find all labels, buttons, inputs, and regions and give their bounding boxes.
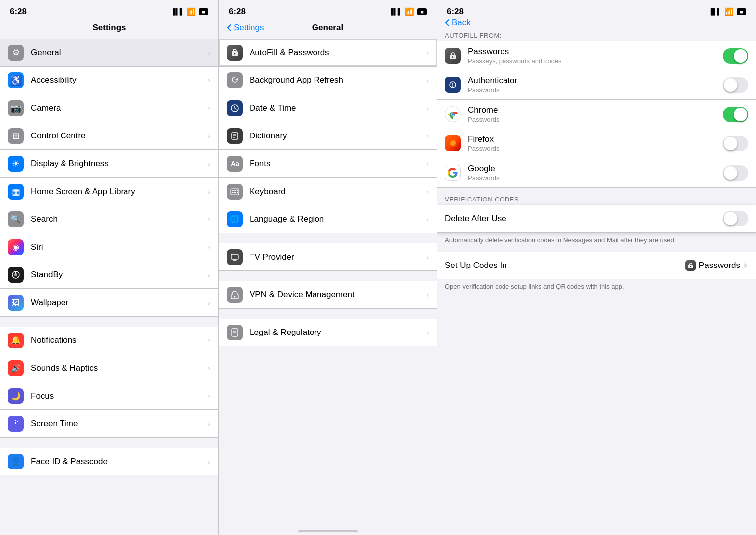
settings-item-focus[interactable]: 🌙 Focus › <box>0 382 218 410</box>
settings-item-screen-time[interactable]: ⏱ Screen Time › <box>0 410 218 438</box>
delete-after-use-toggle[interactable] <box>723 211 748 226</box>
time-2: 6:28 <box>229 7 246 17</box>
settings-list-1[interactable]: ⚙ General › ♿ Accessibility › 📷 Camera ›… <box>0 39 218 535</box>
autofill-chevron: › <box>426 48 429 57</box>
autofill-text: AutoFill & Passwords <box>250 48 423 58</box>
autofill-item-authenticator[interactable]: Authenticator Passwords <box>437 70 756 100</box>
svg-point-33 <box>452 113 454 116</box>
setup-codes-text: Set Up Codes In <box>445 261 685 270</box>
chrome-toggle[interactable] <box>723 107 748 122</box>
settings-item-autofill[interactable]: AutoFill & Passwords › <box>219 39 437 67</box>
authenticator-toggle[interactable] <box>723 77 748 93</box>
settings-item-tv-provider[interactable]: TV Provider › <box>219 243 437 271</box>
date-time-chevron: › <box>426 104 429 112</box>
settings-item-camera[interactable]: 📷 Camera › <box>0 94 218 122</box>
wifi-icon-3: 📶 <box>724 7 734 16</box>
keyboard-title: Keyboard <box>250 187 423 197</box>
faceid-text: Face ID & Passcode <box>31 457 205 467</box>
autofill-item-passwords[interactable]: Passwords Passkeys, passwords and codes <box>437 41 756 70</box>
settings-item-general[interactable]: ⚙ General › <box>0 39 218 67</box>
autofill-item-firefox[interactable]: Firefox Passwords <box>437 129 756 158</box>
settings-item-language-region[interactable]: 🌐 Language & Region › <box>219 205 437 233</box>
chrome-icon <box>447 108 459 120</box>
display-brightness-icon: ☀ <box>8 156 24 172</box>
settings-item-vpn[interactable]: VPN & Device Management › <box>219 281 437 309</box>
camera-icon: 📷 <box>8 100 24 116</box>
settings-item-date-time[interactable]: Date & Time › <box>219 94 437 122</box>
nav-back-general[interactable]: Settings <box>227 23 264 33</box>
svg-rect-17 <box>237 192 238 193</box>
google-toggle[interactable] <box>723 165 748 181</box>
autofill-item-delete-after-use[interactable]: Delete After Use <box>437 205 756 233</box>
setup-codes-app-name: Passwords <box>699 261 740 270</box>
settings-panel: 6:28 ▐▌▌ 📶 ■ Settings ⚙ General › ♿ Acce… <box>0 0 218 535</box>
chrome-toggle-thumb <box>734 108 747 121</box>
battery-icon-2: ■ <box>417 8 427 15</box>
notifications-chevron: › <box>208 336 210 344</box>
delete-after-use-footer: Automatically delete verification codes … <box>437 233 756 252</box>
settings-item-standby[interactable]: StandBy › <box>0 261 218 289</box>
firefox-title: Firefox <box>468 134 723 144</box>
settings-item-control-centre[interactable]: ⊞ Control Centre › <box>0 122 218 150</box>
autofill-from-header: AUTOFILL FROM: <box>437 29 756 41</box>
settings-item-search[interactable]: 🔍 Search › <box>0 205 218 233</box>
focus-title: Focus <box>31 391 205 401</box>
settings-item-keyboard[interactable]: Keyboard › <box>219 178 437 205</box>
autofill-item-setup-codes[interactable]: Set Up Codes In Passwords <box>437 252 756 279</box>
passwords-toggle-thumb <box>734 49 747 63</box>
autofill-icon <box>227 45 243 61</box>
home-screen-title: Home Screen & App Library <box>31 187 205 197</box>
passwords-toggle[interactable] <box>723 48 748 64</box>
vpn-title: VPN & Device Management <box>250 290 423 300</box>
settings-item-fonts[interactable]: Aa Fonts › <box>219 150 437 178</box>
firefox-toggle[interactable] <box>723 136 748 151</box>
autofill-item-chrome[interactable]: Chrome Passwords <box>437 100 756 129</box>
settings-list-3[interactable]: AUTOFILL FROM: Passwords Passkeys, passw… <box>437 29 756 535</box>
settings-item-dictionary[interactable]: Dictionary › <box>219 122 437 150</box>
nav-back-autofill[interactable]: Back <box>445 18 471 28</box>
chrome-icon-wrap <box>445 106 461 122</box>
wallpaper-chevron: › <box>208 298 210 307</box>
standby-text: StandBy <box>31 270 205 280</box>
settings-item-siri[interactable]: ◉ Siri › <box>0 233 218 261</box>
status-bar-1: 6:28 ▐▌▌ 📶 ■ <box>0 0 218 21</box>
firefox-toggle-thumb <box>724 137 737 150</box>
control-centre-text: Control Centre <box>31 131 205 141</box>
spacer-4 <box>219 271 437 281</box>
language-region-text: Language & Region <box>250 214 423 224</box>
settings-item-faceid[interactable]: 👤 Face ID & Passcode › <box>0 448 218 475</box>
google-toggle-thumb <box>724 166 737 180</box>
accessibility-chevron: › <box>208 76 210 84</box>
svg-rect-14 <box>237 190 238 191</box>
status-icons-2: ▐▌▌ 📶 ■ <box>389 7 427 16</box>
settings-item-legal[interactable]: Legal & Regulatory › <box>219 319 437 346</box>
firefox-icon-wrap <box>445 135 461 151</box>
firefox-icon <box>447 138 458 149</box>
nav-header-2: Settings General <box>219 21 437 39</box>
svg-rect-16 <box>234 192 236 193</box>
vpn-chevron: › <box>426 290 429 299</box>
settings-item-wallpaper[interactable]: 🖼 Wallpaper › <box>0 289 218 317</box>
settings-item-accessibility[interactable]: ♿ Accessibility › <box>0 67 218 94</box>
settings-item-display-brightness[interactable]: ☀ Display & Brightness › <box>0 150 218 178</box>
legal-chevron: › <box>426 328 429 336</box>
back-chevron-icon-3 <box>445 19 450 27</box>
authenticator-icon <box>445 77 461 93</box>
accessibility-text: Accessibility <box>31 75 205 85</box>
settings-item-notifications[interactable]: 🔔 Notifications › <box>0 327 218 354</box>
keyboard-icon <box>227 184 243 200</box>
authenticator-text: Authenticator Passwords <box>468 76 723 94</box>
sounds-haptics-text: Sounds & Haptics <box>31 363 205 373</box>
settings-item-home-screen[interactable]: ▦ Home Screen & App Library › <box>0 178 218 205</box>
dictionary-icon <box>227 128 243 144</box>
dictionary-text: Dictionary <box>250 131 423 141</box>
setup-codes-value-wrap: Passwords <box>685 260 748 271</box>
settings-list-2[interactable]: AutoFill & Passwords › Background App Re… <box>219 39 437 527</box>
wifi-icon-2: 📶 <box>405 7 414 16</box>
settings-item-sounds-haptics[interactable]: 🔊 Sounds & Haptics › <box>0 354 218 382</box>
settings-item-bg-refresh[interactable]: Background App Refresh › <box>219 67 437 94</box>
autofill-item-google[interactable]: Google Passwords <box>437 158 756 188</box>
language-region-chevron: › <box>426 215 429 223</box>
spacer-1 <box>0 317 218 327</box>
status-bar-3: 6:28 ▐▌▌ 📶 ■ <box>437 0 756 21</box>
